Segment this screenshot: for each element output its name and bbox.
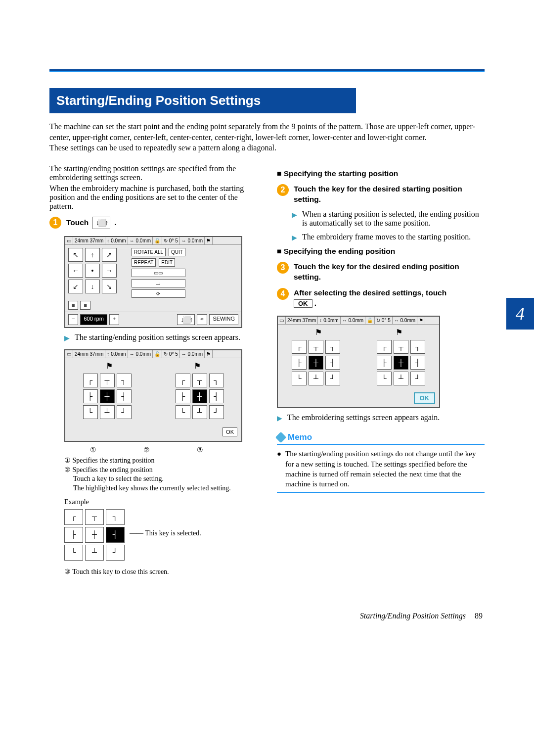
dir-dr[interactable]: ↘	[102, 280, 117, 293]
ex-c[interactable]: ┼	[85, 527, 104, 543]
e2-dl[interactable]: └	[377, 372, 392, 385]
ex-d[interactable]: ┴	[85, 545, 104, 561]
start-c[interactable]: ┼	[100, 389, 115, 403]
status-deg: ↻ 0° 5	[162, 237, 180, 244]
ex-u[interactable]: ┬	[85, 509, 104, 525]
page-footer: Starting/Ending Position Settings 89	[49, 612, 485, 620]
refresh-icon[interactable]: ⟳	[132, 289, 185, 298]
start-ul[interactable]: ┌	[83, 374, 98, 387]
heading-start-position: Specifying the starting position	[277, 169, 485, 178]
status-hmm: ↕ 0.0mm	[318, 317, 340, 324]
def-2b: The highlighted key shows the currently …	[73, 484, 257, 493]
start-r[interactable]: ┤	[117, 389, 132, 403]
s2-ul[interactable]: ┌	[292, 340, 307, 354]
dir-r[interactable]: →	[102, 264, 117, 278]
lcd2-ok-button[interactable]: OK	[222, 427, 237, 436]
end-c[interactable]: ┼	[192, 389, 207, 403]
ex-ur[interactable]: ┐	[106, 509, 125, 525]
start-dl[interactable]: └	[83, 405, 98, 419]
section-banner: Starting/Ending Position Settings	[49, 88, 356, 113]
end-dl[interactable]: └	[176, 405, 190, 419]
status-size-icon: ▭	[65, 237, 73, 244]
quit-button[interactable]: QUIT	[169, 248, 185, 256]
bars-icon-2[interactable]: ≡	[80, 301, 90, 310]
rotate-all-button[interactable]: ROTATE ALL	[132, 248, 166, 256]
start-ur[interactable]: ┐	[117, 374, 132, 387]
e2-d[interactable]: ┴	[394, 372, 408, 385]
ex-r-selected[interactable]: ┤	[106, 527, 125, 543]
ex-dr[interactable]: ┘	[106, 545, 125, 561]
end-d[interactable]: ┴	[192, 405, 207, 419]
s2-r[interactable]: ┤	[325, 356, 340, 370]
status-vmm: ↔ 0.0mm	[128, 350, 153, 358]
status-flag-icon: ⚑	[205, 350, 213, 358]
end-r[interactable]: ┤	[209, 389, 224, 403]
status-size-icon: ▭	[278, 317, 286, 324]
start-position-grid: ┌┬┐ ├┼┤ └┴┘	[83, 374, 132, 419]
dir-ur[interactable]: ↗	[102, 248, 117, 262]
lcd1-footer: − 600 rpm + ↓⬜↑ ⟡ SEWING	[65, 312, 241, 327]
e2-dr[interactable]: ┘	[410, 372, 425, 385]
position-settings-key-icon[interactable]: ↓⬜↑	[92, 217, 110, 229]
bars-icon-1[interactable]: ≡	[68, 301, 78, 310]
end-l[interactable]: ├	[176, 389, 190, 403]
e2-r[interactable]: ┤	[410, 356, 425, 370]
cup-icon[interactable]: ⌴	[132, 279, 185, 287]
status-lock-icon: 🔓	[365, 317, 375, 324]
s2-dl[interactable]: └	[292, 372, 307, 385]
step-1-label: Touch	[66, 218, 89, 228]
status-size: 24mm 37mm	[286, 317, 318, 324]
speed-plus[interactable]: +	[109, 314, 119, 325]
s2-c[interactable]: ┼	[309, 356, 323, 370]
e2-u[interactable]: ┬	[394, 340, 408, 354]
step-3: 3 Touch the key for the desired ending p…	[277, 262, 485, 283]
start-u[interactable]: ┬	[100, 374, 115, 387]
dir-c[interactable]: •	[85, 264, 100, 278]
dir-dl[interactable]: ↙	[68, 280, 83, 293]
dir-d[interactable]: ↓	[85, 280, 100, 293]
start-l[interactable]: ├	[83, 389, 98, 403]
dir-l[interactable]: ←	[68, 264, 83, 278]
step-3-text: Touch the key for the desired ending pos…	[294, 262, 485, 283]
overlap-icon[interactable]: ▭▭	[132, 269, 185, 277]
repeat-button[interactable]: REPEAT	[132, 258, 156, 267]
step-1: 1 Touch ↓⬜↑ .	[49, 217, 257, 229]
triangle-icon: ▶	[292, 211, 297, 219]
frame-icon[interactable]: ⟡	[197, 314, 207, 325]
speed-minus[interactable]: −	[68, 314, 78, 325]
sewing-button[interactable]: SEWING	[209, 314, 238, 325]
lcd3-ok-button[interactable]: OK	[414, 392, 436, 404]
end-ur[interactable]: ┐	[209, 374, 224, 387]
e2-l[interactable]: ├	[377, 356, 392, 370]
heading-end-position: Specifying the ending position	[277, 247, 485, 256]
left-para-2: When the embroidery machine is purchased…	[49, 184, 257, 211]
end-u[interactable]: ┬	[192, 374, 207, 387]
s2-ur[interactable]: ┐	[325, 340, 340, 354]
step-2-text: Touch the key for the desired starting p…	[294, 184, 485, 205]
start-dr[interactable]: ┘	[117, 405, 132, 419]
triangle-icon: ▶	[292, 234, 297, 242]
edit-button[interactable]: EDIT	[159, 258, 175, 267]
example-grid: ┌┬┐ ├┼┤ └┴┘	[64, 509, 125, 561]
s2-d[interactable]: ┴	[309, 372, 323, 385]
e2-ul[interactable]: ┌	[377, 340, 392, 354]
ex-l[interactable]: ├	[64, 527, 83, 543]
e2-c[interactable]: ┼	[394, 356, 408, 370]
ex-ul[interactable]: ┌	[64, 509, 83, 525]
speed-rpm: 600 rpm	[80, 314, 107, 325]
callout-circles: ① ② ③	[90, 446, 257, 454]
ex-dl[interactable]: └	[64, 545, 83, 561]
s2-u[interactable]: ┬	[309, 340, 323, 354]
dir-u[interactable]: ↑	[85, 248, 100, 262]
s2-dr[interactable]: ┘	[325, 372, 340, 385]
start-d[interactable]: ┴	[100, 405, 115, 419]
dir-ul[interactable]: ↖	[68, 248, 83, 262]
status-vmm: ↔ 0.0mm	[341, 317, 365, 324]
end-dr[interactable]: ┘	[209, 405, 224, 419]
memo-body: The starting/ending position settings do…	[285, 449, 485, 489]
ok-key-inline[interactable]: OK	[294, 299, 312, 308]
e2-ur[interactable]: ┐	[410, 340, 425, 354]
s2-l[interactable]: ├	[292, 356, 307, 370]
end-ul[interactable]: ┌	[176, 374, 190, 387]
position-settings-key[interactable]: ↓⬜↑	[177, 314, 195, 325]
